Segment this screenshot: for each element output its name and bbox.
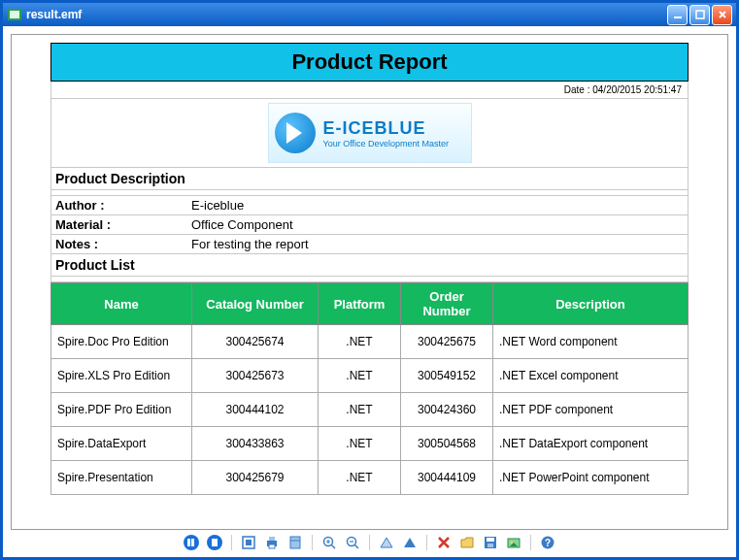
svg-rect-2 <box>674 16 682 18</box>
col-name: Name <box>51 283 192 325</box>
cell-description: .NET PowerPoint component <box>493 461 689 495</box>
material-row: Material : Office Component <box>51 215 688 235</box>
delete-button[interactable] <box>435 534 453 551</box>
separator <box>530 535 531 550</box>
col-catalog: Catalog Number <box>192 283 319 325</box>
toolbar: ? <box>11 530 728 555</box>
report-viewer[interactable]: Product Report Date : 04/20/2015 20:51:4… <box>11 34 728 530</box>
cell-name: Spire.Doc Pro Edition <box>51 325 192 359</box>
table-row: Spire.PDF Pro Edition300444102.NET300424… <box>51 393 689 427</box>
separator <box>312 535 313 550</box>
window-title: result.emf <box>26 8 667 21</box>
rotate-right-button[interactable] <box>401 534 419 551</box>
app-icon <box>7 7 22 22</box>
section-list: Product List <box>51 254 688 277</box>
window-controls <box>667 5 732 25</box>
svg-rect-8 <box>269 544 275 548</box>
zoom-in-button[interactable] <box>320 534 338 551</box>
section-list-label: Product List <box>51 254 139 276</box>
cell-name: Spire.XLS Pro Edition <box>51 359 192 393</box>
col-order: Order Number <box>401 283 493 325</box>
cell-catalog: 300425679 <box>192 461 319 495</box>
logo-main-text: E-ICEBLUE <box>323 118 450 139</box>
cell-platform: .NET <box>319 359 401 393</box>
titlebar: result.emf <box>3 3 736 26</box>
cell-name: Spire.DataExport <box>51 427 192 461</box>
fit-page-button[interactable] <box>240 534 257 551</box>
notes-label: Notes : <box>51 235 187 253</box>
svg-rect-9 <box>290 537 300 548</box>
cell-order: 300444109 <box>401 461 493 495</box>
table-row: Spire.Presentation300425679.NET300444109… <box>51 461 689 495</box>
report-header-grid: Date : 04/20/2015 20:51:47 E-ICEBLUE You… <box>50 82 689 282</box>
col-description: Description <box>493 283 689 325</box>
author-row: Author : E-iceblue <box>51 196 688 215</box>
material-label: Material : <box>51 215 187 234</box>
cell-description: .NET DataExport component <box>493 427 689 461</box>
material-value: Office Component <box>187 215 688 234</box>
first-page-button[interactable] <box>183 534 200 551</box>
svg-text:?: ? <box>545 538 551 548</box>
cell-order: 300504568 <box>401 427 493 461</box>
author-value: E-iceblue <box>187 196 688 214</box>
logo: E-ICEBLUE Your Office Development Master <box>268 103 472 163</box>
notes-value: For testing the report <box>187 235 688 253</box>
cell-order: 300549152 <box>401 359 493 393</box>
report-title: Product Report <box>50 43 689 82</box>
separator <box>426 535 427 550</box>
export-button[interactable] <box>505 534 522 551</box>
svg-rect-14 <box>487 544 493 547</box>
help-button[interactable]: ? <box>539 534 556 551</box>
date-row: Date : 04/20/2015 20:51:47 <box>51 82 688 99</box>
svg-rect-13 <box>487 538 494 542</box>
cell-description: .NET Excel component <box>493 359 689 393</box>
logo-arrow-icon <box>275 113 316 153</box>
svg-rect-7 <box>269 537 275 541</box>
next-page-button[interactable] <box>206 534 223 551</box>
preview-button[interactable] <box>286 534 304 551</box>
cell-platform: .NET <box>319 393 401 427</box>
cell-platform: .NET <box>319 461 401 495</box>
minimize-button[interactable] <box>667 5 688 25</box>
cell-order: 300425675 <box>401 325 493 359</box>
open-button[interactable] <box>458 534 476 551</box>
cell-catalog: 300425674 <box>192 325 319 359</box>
maximize-button[interactable] <box>689 5 710 25</box>
cell-description: .NET Word component <box>493 325 689 359</box>
col-platform: Platform <box>319 283 401 325</box>
cell-name: Spire.PDF Pro Edition <box>51 393 192 427</box>
cell-catalog: 300444102 <box>192 393 319 427</box>
app-window: result.emf Product Report Date : 04/20/2… <box>0 0 739 560</box>
cell-name: Spire.Presentation <box>51 461 192 495</box>
logo-row: E-ICEBLUE Your Office Development Master <box>51 99 688 168</box>
author-label: Author : <box>51 196 187 214</box>
cell-catalog: 300425673 <box>192 359 319 393</box>
svg-rect-3 <box>696 11 704 18</box>
cell-platform: .NET <box>319 325 401 359</box>
save-button[interactable] <box>482 534 499 551</box>
rotate-left-button[interactable] <box>378 534 395 551</box>
zoom-out-button[interactable] <box>344 534 361 551</box>
separator <box>369 535 370 550</box>
cell-order: 300424360 <box>401 393 493 427</box>
table-row: Spire.Doc Pro Edition300425674.NET300425… <box>51 325 689 359</box>
product-table: Name Catalog Number Platform Order Numbe… <box>50 282 689 495</box>
notes-row: Notes : For testing the report <box>51 235 688 254</box>
report-page: Product Report Date : 04/20/2015 20:51:4… <box>50 43 689 529</box>
section-description: Product Description <box>51 168 688 190</box>
logo-sub-text: Your Office Development Master <box>323 139 450 148</box>
cell-catalog: 300433863 <box>192 427 319 461</box>
client-area: Product Report Date : 04/20/2015 20:51:4… <box>3 26 736 557</box>
table-row: Spire.DataExport300433863.NET300504568.N… <box>51 427 689 461</box>
cell-platform: .NET <box>319 427 401 461</box>
table-row: Spire.XLS Pro Edition300425673.NET300549… <box>51 359 689 393</box>
cell-description: .NET PDF component <box>493 393 689 427</box>
table-header-row: Name Catalog Number Platform Order Numbe… <box>51 283 689 325</box>
close-button[interactable] <box>712 5 732 25</box>
separator <box>231 535 232 550</box>
print-button[interactable] <box>263 534 281 551</box>
svg-rect-1 <box>10 11 19 18</box>
date-label: Date : 04/20/2015 20:51:47 <box>564 84 682 95</box>
svg-rect-5 <box>246 540 252 545</box>
section-description-label: Product Description <box>51 168 189 189</box>
